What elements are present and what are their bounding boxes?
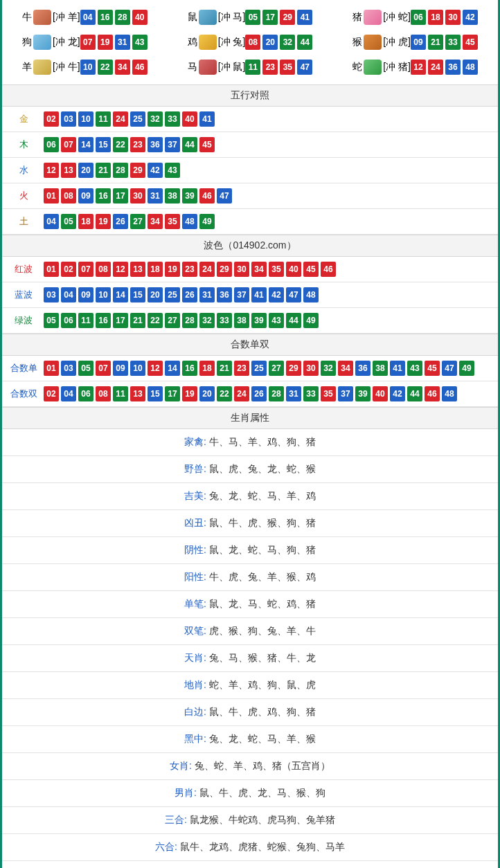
number-ball: 07 [96,361,111,376]
number-ball: 24 [428,60,443,75]
number-ball: 13 [130,262,145,277]
section-header-heshu: 合数单双 [2,334,498,356]
number-ball: 23 [182,262,197,277]
row-content: 04051819262734354849 [39,214,215,229]
number-ball: 20 [199,386,215,401]
number-ball: 36 [148,137,163,152]
number-ball: 17 [113,313,128,328]
number-ball: 49 [459,361,474,376]
number-ball: 32 [148,111,163,127]
number-ball: 23 [234,361,249,376]
number-ball: 38 [373,361,388,376]
number-ball: 20 [148,287,163,302]
attr-value: 兔、龙、蛇、马、羊、猴 [209,733,316,744]
number-ball: 28 [115,10,130,25]
zodiac-cell: 马[冲 鼠]11233547 [168,54,333,79]
zodiac-name: 猪 [352,11,362,24]
number-ball: 41 [199,111,215,127]
number-ball: 46 [132,60,148,75]
number-ball: 20 [262,35,278,50]
number-ball: 10 [80,60,96,75]
number-ball: 27 [130,214,145,229]
attr-rows: 家禽: 牛、马、羊、鸡、狗、猪野兽: 鼠、虎、兔、龙、蛇、猴吉美: 兔、龙、蛇、… [2,429,498,861]
number-ball: 09 [78,287,93,302]
number-ball: 35 [321,386,336,401]
attr-key: 野兽: [184,463,209,474]
number-ball: 12 [113,262,128,277]
number-ball: 44 [297,35,312,50]
number-ball: 48 [303,287,319,302]
number-ball: 20 [78,163,93,178]
section-header-sxprop: 生肖属性 [2,407,498,429]
number-ball: 15 [148,386,163,401]
number-ball: 43 [269,313,284,328]
labeled-row: 水1213202128294243 [2,158,498,183]
zodiac-ball-row: 07193143 [80,35,148,50]
number-ball: 14 [113,287,128,302]
number-ball: 44 [286,313,301,328]
row-content: 0108091617303138394647 [39,188,232,204]
attr-row: 野兽: 鼠、虎、兔、龙、蛇、猴 [2,456,498,483]
number-ball: 07 [80,35,96,50]
number-ball: 42 [269,287,284,302]
bose-rows: 红波0102070812131819232429303435404546蓝波03… [2,257,498,334]
number-ball: 02 [44,386,59,401]
attr-value: 鼠、龙、蛇、马、狗、猪 [209,544,316,555]
number-ball: 02 [44,111,59,127]
number-ball: 11 [78,313,93,328]
number-ball: 37 [338,386,353,401]
number-ball: 35 [165,214,180,229]
number-ball: 28 [269,386,284,401]
attr-key: 地肖: [184,679,209,690]
row-label: 红波 [8,263,39,275]
labeled-row: 土04051819262734354849 [2,209,498,235]
number-ball: 43 [407,361,422,376]
zodiac-cell: 牛[冲 羊]04162840 [2,4,168,29]
zodiac-ball-row: 12243648 [411,60,478,75]
number-ball: 27 [165,313,180,328]
number-ball: 05 [78,361,93,376]
zodiac-cell: 猴[冲 虎]09213345 [332,29,498,54]
row-label: 木 [8,138,39,151]
zodiac-ball-row: 09213345 [411,35,478,50]
number-ball: 26 [251,386,267,401]
number-ball: 18 [78,214,93,229]
row-label: 土 [8,215,39,228]
number-ball: 17 [165,386,180,401]
number-ball: 18 [148,262,163,277]
zodiac-clash: [冲 虎] [383,36,411,48]
attr-value: 鼠龙猴、牛蛇鸡、虎马狗、兔羊猪 [190,814,335,825]
number-ball: 23 [262,60,278,75]
number-ball: 48 [463,60,478,75]
attr-value: 鼠、牛、虎、龙、马、猴、狗 [199,787,325,798]
number-ball: 34 [338,361,353,376]
zodiac-name: 狗 [22,36,32,48]
row-label: 火 [8,190,39,202]
attr-row: 天肖: 兔、马、猴、猪、牛、龙 [2,645,498,672]
number-ball: 33 [217,313,232,328]
number-ball: 05 [44,313,59,328]
number-ball: 25 [165,287,180,302]
number-ball: 29 [217,262,232,277]
number-ball: 40 [182,111,197,127]
attr-value: 鼠、牛、虎、猴、狗、猪 [209,517,316,528]
number-ball: 04 [80,10,96,25]
number-ball: 25 [251,361,267,376]
attr-row: 单笔: 鼠、龙、马、蛇、鸡、猪 [2,591,498,618]
attr-key: 天肖: [184,652,209,663]
zodiac-ball-row: 11233547 [245,60,312,75]
number-ball: 34 [251,262,267,277]
number-ball: 16 [96,313,111,328]
row-label: 合数单 [8,362,39,374]
number-ball: 24 [199,262,215,277]
attr-key: 单笔: [184,598,209,609]
zodiac-cell: 鼠[冲 马]05172941 [168,4,333,29]
attr-key: 六合: [155,841,180,852]
labeled-row: 绿波05061116172122272832333839434449 [2,308,498,334]
number-ball: 32 [280,35,295,50]
number-ball: 18 [428,10,443,25]
attr-value: 兔、马、猴、猪、牛、龙 [209,652,316,663]
attr-key: 家禽: [184,436,209,447]
number-ball: 33 [165,111,180,127]
number-ball: 37 [165,137,180,152]
